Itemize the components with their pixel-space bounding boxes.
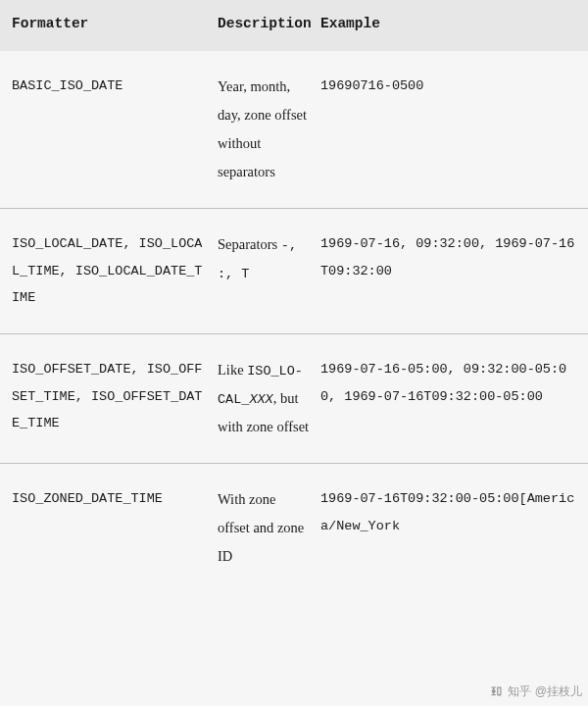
table-row: BASIC_ISO_DATE Year, month, day, zone of… — [0, 51, 588, 209]
watermark-author: @挂枝儿 — [535, 683, 582, 700]
example-cell: 1969-07-16, 09:32:00, 1969-07-16T09:32:0… — [320, 230, 576, 312]
table-header-row: Formatter Description Example — [0, 0, 588, 51]
example-cell: 1969-07-16T09:32:00-05:00[America/New_Yo… — [320, 485, 576, 571]
description-cell: Like ISO_LO-CAL_XXX, but with zone offse… — [218, 356, 320, 441]
formatter-cell: BASIC_ISO_DATE — [12, 73, 218, 186]
description-cell: Year, month, day, zone offset without se… — [218, 73, 320, 186]
desc-text: Like — [218, 362, 247, 378]
table-row: ISO_ZONED_DATE_TIME With zone offset and… — [0, 464, 588, 610]
description-cell: With zone offset and zone ID — [218, 485, 320, 571]
watermark: 知乎 @挂枝儿 — [489, 683, 582, 700]
table-row: ISO_OFFSET_DATE, ISO_OFFSET_TIME, ISO_OF… — [0, 334, 588, 464]
formatter-cell: ISO_ZONED_DATE_TIME — [12, 485, 218, 571]
table-row: ISO_LOCAL_DATE, ISO_LOCAL_TIME, ISO_LOCA… — [0, 209, 588, 334]
example-cell: 1969-07-16-05:00, 09:32:00-05:00, 1969-0… — [320, 356, 576, 441]
header-description: Description — [218, 16, 320, 31]
formatter-cell: ISO_OFFSET_DATE, ISO_OFFSET_TIME, ISO_OF… — [12, 356, 218, 441]
formatter-cell: ISO_LOCAL_DATE, ISO_LOCAL_TIME, ISO_LOCA… — [12, 230, 218, 312]
zhihu-icon — [489, 684, 504, 699]
desc-mono-italic: XXX — [249, 392, 272, 407]
formatter-table: Formatter Description Example BASIC_ISO_… — [0, 0, 588, 610]
header-formatter: Formatter — [12, 16, 218, 31]
desc-text: Separators — [218, 236, 281, 252]
example-cell: 19690716-0500 — [320, 73, 576, 186]
watermark-source: 知乎 — [508, 683, 531, 700]
description-cell: Separators -, :, T — [218, 230, 320, 312]
header-example: Example — [320, 16, 576, 31]
